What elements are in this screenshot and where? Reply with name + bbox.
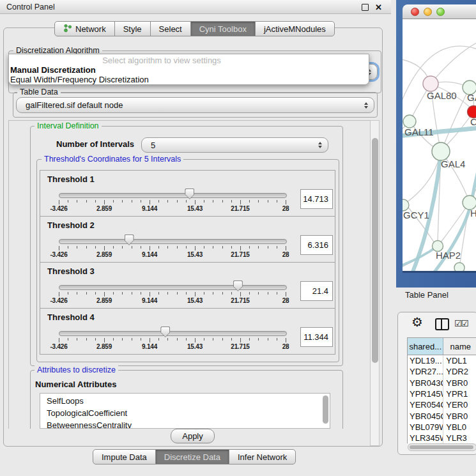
slider-track[interactable] (59, 239, 287, 244)
slider-handle[interactable] (185, 188, 194, 199)
top-tab-bar: NetworkStyleSelectCyni ToolboxjActiveMNo… (54, 21, 335, 36)
settings-scrollbar-thumb[interactable] (372, 138, 378, 363)
table-row[interactable]: YBL079WYBL0 (408, 422, 476, 433)
network-canvas[interactable]: GAL80GACGAL11GAL4GCY1HHAP2 (403, 19, 476, 271)
table-row[interactable]: YLR345WYLR3 (408, 433, 476, 443)
tab-network[interactable]: Network (54, 21, 115, 36)
slider-track[interactable] (59, 331, 287, 336)
table-hscrollbar[interactable] (408, 443, 476, 451)
bottom-tab-infer-network[interactable]: Infer Network (229, 449, 296, 464)
network-node[interactable] (454, 263, 464, 271)
attribute-item-betweennesscentrality[interactable]: BetweennessCentrality (47, 419, 330, 429)
table-row[interactable]: YBR045CYBR0 (408, 410, 476, 421)
table-row[interactable]: YDL19...YDL1 (408, 355, 476, 366)
tab-select[interactable]: Select (150, 21, 191, 36)
checkbox-icons[interactable]: ☑☑ (454, 318, 468, 328)
slider-tick-label: 2.859 (88, 251, 120, 258)
network-node[interactable] (403, 115, 416, 128)
threshold-panel-2: Threshold 2-3.4262.8599.14415.4321.71528… (40, 216, 335, 263)
slider-handle[interactable] (125, 234, 134, 245)
slider-tick-label: 21.715 (224, 297, 256, 304)
network-node[interactable] (423, 76, 438, 91)
table-cell[interactable]: YPR1 (443, 388, 476, 399)
zoom-traffic-light-icon[interactable] (436, 8, 445, 16)
node-label: GAL11 (404, 127, 434, 137)
apply-button[interactable]: Apply (171, 429, 215, 443)
slider-track[interactable] (59, 193, 287, 198)
table-cell[interactable]: YER0 (443, 399, 476, 410)
settings-scrollbar[interactable] (370, 120, 380, 446)
slider-tick-label: 28 (270, 343, 302, 350)
table-cell[interactable]: YPR145W (408, 388, 443, 399)
tab-jactivemnodules[interactable]: jActiveMNodules (255, 21, 335, 36)
bottom-tab-discretize-data[interactable]: Discretize Data (155, 449, 229, 464)
table-row[interactable]: YBR043CYBR0 (408, 378, 476, 388)
network-node[interactable] (432, 142, 450, 160)
thresholds-list: Threshold 1-3.4262.8599.14415.4321.71528… (40, 171, 335, 355)
node-label: GAL4 (441, 158, 465, 169)
gear-icon[interactable]: ⚙ (411, 316, 423, 328)
threshold-value-field[interactable]: 21.4 (300, 281, 333, 301)
slider-handle[interactable] (233, 280, 243, 291)
thresholds-group-title: Threshold's Coordinates for 5 Intervals (42, 155, 183, 164)
table-cell[interactable]: YBL0 (443, 422, 476, 433)
minimize-traffic-light-icon[interactable] (424, 8, 432, 16)
threshold-value-field[interactable]: 6.316 (300, 235, 333, 255)
numerical-attributes-label: Numerical Attributes (35, 380, 116, 389)
table-hscrollbar-thumb[interactable] (410, 445, 473, 449)
slider-track[interactable] (59, 285, 287, 290)
threshold-value-field[interactable]: 11.344 (300, 327, 333, 347)
table-row[interactable]: YER054CYER0 (408, 399, 476, 410)
close-traffic-light-icon[interactable] (411, 8, 419, 16)
node-label: HAP2 (436, 250, 461, 261)
float-window-icon[interactable] (362, 4, 369, 11)
slider-handle[interactable] (160, 326, 170, 337)
tab-label: Discretize Data (164, 452, 220, 462)
interval-definition-title: Interval Definition (35, 121, 102, 130)
number-of-intervals-combobox[interactable]: 5 (141, 137, 328, 153)
list-scrollbar-thumb[interactable] (323, 395, 328, 424)
table-cell[interactable]: YLR345W (408, 433, 443, 443)
table-data-combobox[interactable]: galFiltered.sif default node (16, 97, 374, 113)
column-header-shared[interactable]: shared... (408, 338, 443, 355)
tab-style[interactable]: Style (114, 21, 151, 36)
table-cell[interactable]: YBR043C (408, 378, 443, 388)
table-cell[interactable]: YBR045C (408, 410, 443, 421)
slider-tick-label: 28 (270, 297, 302, 304)
popup-item-manual-discretization[interactable]: Manual Discretization (9, 65, 369, 75)
table-cell[interactable]: YBR0 (443, 410, 476, 421)
canvas-shadow (403, 271, 476, 273)
table-row[interactable]: YPR145WYPR1 (408, 388, 476, 399)
table-row[interactable]: YDR27...YDR2 (408, 366, 476, 377)
threshold-value-field[interactable]: 14.713 (300, 189, 333, 209)
table-cell[interactable]: YDR2 (443, 366, 476, 377)
algorithm-dropdown-popup: Select algorithm to view settings Manual… (8, 54, 369, 85)
table-cell[interactable]: YDR27... (408, 366, 443, 377)
slider-tick-label: 9.144 (134, 297, 165, 304)
threshold-label: Threshold 2 (47, 220, 95, 230)
table-cell[interactable]: YDL19... (408, 355, 443, 366)
popup-item-equal-width-frequency-discretization[interactable]: Equal Width/Frequency Discretization (9, 75, 369, 84)
attribute-item-topologicalcoefficient[interactable]: TopologicalCoefficient (47, 407, 330, 419)
table-cell[interactable]: YLR3 (443, 433, 476, 443)
slider-tick-label: 21.715 (224, 251, 256, 258)
tab-label: Style (123, 24, 142, 34)
column-browser-icon[interactable] (435, 318, 449, 330)
numerical-attributes-list[interactable]: SelfLoopsTopologicalCoefficientBetweenne… (40, 393, 330, 429)
bottom-tab-impute-data[interactable]: Impute Data (93, 449, 156, 464)
slider-tick-label: 9.144 (134, 343, 165, 350)
column-header-name[interactable]: name (443, 338, 476, 355)
table-cell[interactable]: YBL079W (408, 422, 443, 433)
control-panel-titlebar: Control Panel ✕ (0, 0, 391, 14)
table-cell[interactable]: YER054C (408, 399, 443, 410)
slider-tick-label: 15.43 (179, 251, 211, 258)
close-icon[interactable]: ✕ (375, 3, 382, 12)
combo-stepper-icon (364, 102, 368, 109)
slider-tick-label: 21.715 (224, 205, 256, 212)
table-cell[interactable]: YDL1 (443, 355, 476, 366)
tab-cyni-toolbox[interactable]: Cyni Toolbox (190, 21, 256, 36)
screenshot-root: Control Panel ✕ NetworkStyleSelectCyni T… (0, 0, 476, 476)
table-cell[interactable]: YBR0 (443, 378, 476, 388)
attribute-item-selfloops[interactable]: SelfLoops (47, 395, 330, 407)
tab-label: jActiveMNodules (264, 24, 326, 34)
